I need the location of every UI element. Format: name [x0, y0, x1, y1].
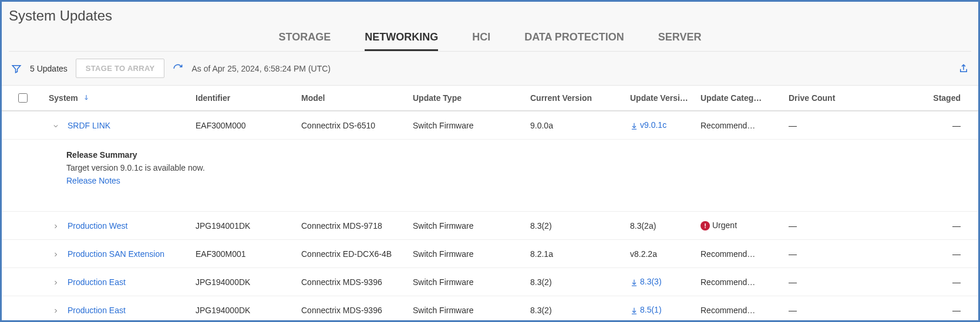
col-update-type[interactable]: Update Type	[407, 93, 524, 103]
current-version-cell: 8.2.1a	[524, 249, 624, 259]
update-version-text: 8.3(2a)	[630, 221, 656, 231]
model-cell: Connectrix MDS-9396	[295, 306, 407, 315]
col-drive-count[interactable]: Drive Count	[783, 93, 871, 103]
drive-count-cell: —	[783, 249, 871, 259]
staged-cell: —	[871, 121, 978, 130]
staged-cell: —	[871, 221, 978, 231]
category-text: Recommend…	[701, 121, 755, 130]
update-type-cell: Switch Firmware	[407, 221, 524, 231]
category-text: Recommend…	[701, 249, 755, 259]
system-link[interactable]: Production SAN Extension	[68, 249, 164, 259]
identifier-cell: JPG194001DK	[190, 221, 295, 231]
identifier-cell: JPG194000DK	[190, 277, 295, 287]
staged-cell: —	[871, 306, 978, 315]
identifier-cell: JPG194000DK	[190, 306, 295, 315]
col-current-version[interactable]: Current Version	[524, 93, 624, 103]
current-version-cell: 8.3(2)	[524, 306, 624, 315]
table-row: Production EastJPG194000DKConnectrix MDS…	[2, 296, 978, 322]
refresh-timestamp: As of Apr 25, 2024, 6:58:24 PM (UTC)	[191, 64, 331, 73]
release-summary-title: Release Summary	[66, 150, 978, 160]
category-text: Recommend…	[701, 306, 755, 315]
current-version-cell: 9.0.0a	[524, 121, 624, 130]
col-update-category[interactable]: Update Categ…	[695, 93, 783, 103]
col-staged[interactable]: Staged	[871, 93, 978, 103]
updates-count: 5 Updates	[30, 64, 68, 73]
col-identifier[interactable]: Identifier	[190, 93, 295, 103]
update-version-download-link[interactable]: v9.0.1c	[630, 120, 666, 130]
urgent-icon: !	[701, 221, 710, 231]
staged-cell: —	[871, 277, 978, 287]
refresh-icon[interactable]	[173, 63, 183, 74]
tab-hci[interactable]: HCI	[472, 25, 490, 51]
expand-toggle[interactable]	[51, 306, 60, 315]
tab-networking[interactable]: NETWORKING	[365, 25, 438, 51]
model-cell: Connectrix ED-DCX6-4B	[295, 249, 407, 259]
table-row: SRDF LINKEAF300M000Connectrix DS-6510Swi…	[2, 111, 978, 140]
table-row: Production SAN ExtensionEAF300M001Connec…	[2, 240, 978, 268]
share-icon[interactable]	[958, 63, 969, 74]
col-update-version[interactable]: Update Version	[624, 93, 695, 103]
filter-icon[interactable]	[11, 63, 22, 74]
drive-count-cell: —	[783, 306, 871, 315]
identifier-cell: EAF300M000	[190, 121, 295, 130]
table-row: Production WestJPG194001DKConnectrix MDS…	[2, 212, 978, 240]
system-link[interactable]: Production East	[68, 306, 126, 315]
update-version-text: v8.2.2a	[630, 249, 657, 259]
update-type-cell: Switch Firmware	[407, 249, 524, 259]
identifier-cell: EAF300M001	[190, 249, 295, 259]
release-summary-panel: Release SummaryTarget version 9.0.1c is …	[2, 140, 978, 212]
update-type-cell: Switch Firmware	[407, 306, 524, 315]
tab-data-protection[interactable]: DATA PROTECTION	[524, 25, 624, 51]
expand-toggle[interactable]	[51, 277, 60, 287]
model-cell: Connectrix MDS-9718	[295, 221, 407, 231]
release-notes-link[interactable]: Release Notes	[66, 176, 120, 185]
update-version-download-link[interactable]: 8.5(1)	[630, 305, 662, 314]
tab-server[interactable]: SERVER	[658, 25, 702, 51]
expand-toggle[interactable]	[51, 249, 60, 259]
current-version-cell: 8.3(2)	[524, 221, 624, 231]
sort-arrow-down-icon	[83, 93, 90, 103]
update-version-download-link[interactable]: 8.3(3)	[630, 277, 662, 286]
drive-count-cell: —	[783, 277, 871, 287]
col-model[interactable]: Model	[295, 93, 407, 103]
table-row: Production EastJPG194000DKConnectrix MDS…	[2, 268, 978, 296]
tab-storage[interactable]: STORAGE	[278, 25, 331, 51]
category-text: Urgent	[712, 221, 737, 230]
select-all-checkbox[interactable]	[18, 93, 28, 103]
col-system[interactable]: System	[43, 93, 190, 103]
drive-count-cell: —	[783, 121, 871, 130]
system-link[interactable]: SRDF LINK	[68, 121, 110, 130]
current-version-cell: 8.3(2)	[524, 277, 624, 287]
system-link[interactable]: Production East	[68, 277, 126, 287]
stage-to-array-button[interactable]: STAGE TO ARRAY	[76, 59, 165, 78]
update-type-cell: Switch Firmware	[407, 277, 524, 287]
expand-toggle[interactable]	[51, 221, 60, 231]
system-link[interactable]: Production West	[68, 221, 127, 231]
expand-toggle[interactable]	[51, 121, 60, 130]
model-cell: Connectrix DS-6510	[295, 121, 407, 130]
category-text: Recommend…	[701, 277, 755, 287]
update-type-cell: Switch Firmware	[407, 121, 524, 130]
model-cell: Connectrix MDS-9396	[295, 277, 407, 287]
release-summary-body: Target version 9.0.1c is available now.	[66, 163, 978, 172]
page-title: System Updates	[9, 8, 971, 24]
drive-count-cell: —	[783, 221, 871, 231]
staged-cell: —	[871, 249, 978, 259]
table-header-row: System Identifier Model Update Type Curr…	[2, 86, 978, 111]
